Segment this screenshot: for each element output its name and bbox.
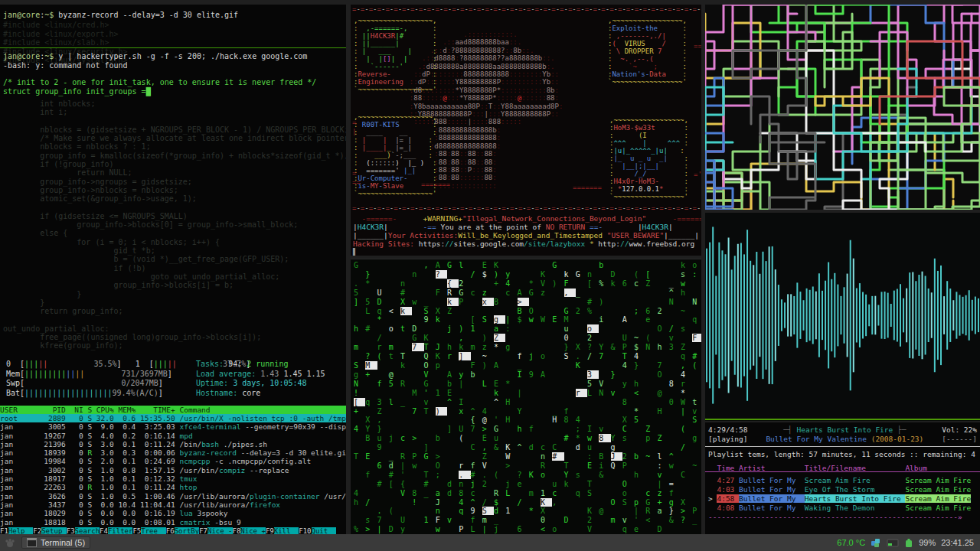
- fkey-label[interactable]: Nice -: [207, 527, 233, 534]
- warning-banner: -======- +WARNING+"Illegal_Network_Conne…: [353, 214, 701, 256]
- cmatrix-pane[interactable]: G , A G l E K G b k o } n ? / $ ) y K k …: [351, 259, 701, 535]
- ascii-edge-mark: =: [352, 170, 356, 177]
- shell-command-2: jan@core:~$ y | hackertyper.sh -g -f -s …: [3, 52, 307, 61]
- ascii-edge-mark: =======: [573, 184, 602, 191]
- fkey-F10[interactable]: F10: [299, 527, 311, 534]
- tray-network-icon[interactable]: [871, 538, 881, 548]
- fkey-F1[interactable]: F1: [0, 527, 8, 534]
- fkey-label[interactable]: Filter: [108, 527, 133, 534]
- matrix-rain: G , A G l E K G b k o } n ? / $ ) y K k …: [354, 261, 701, 534]
- now-playing-artist: Bullet For My Valentine (2008-01-23): [747, 435, 942, 444]
- player-state: [playing]: [708, 435, 747, 444]
- fkey-label[interactable]: Search: [75, 527, 100, 534]
- htop-process-row[interactable]: jan 18818 0 S 0.0 0.0 0:08.01 cmatrix -b…: [0, 518, 346, 527]
- haxor-home-box: ,~~~~~~~~~~~~~~~~~,:HoM3-$w33t :: (I ::^…: [609, 116, 688, 201]
- hacker-box: ,~~~~~~~~~~~~~~~~~~,: ,-======-, :: ||H4…: [354, 17, 436, 93]
- taskbar: Terminal (5) 67.0 °C 99% 23:41.25: [0, 534, 980, 551]
- playlist-scroll-line: ----------------------------------------…: [708, 513, 977, 522]
- playlist-header-rule: [705, 471, 980, 472]
- system-info: Tasks: 94; 2 runningLoad average: 1.43 1…: [196, 360, 325, 398]
- playlist-row[interactable]: 4:27 Bullet For My Scream Aim Fire Screa…: [708, 476, 977, 485]
- htop-process-row[interactable]: jan 19984 0 S 2.0 0.1 0:24.69 ncmpcpp -c…: [0, 457, 346, 465]
- htop-function-bar[interactable]: F1Help F2Setup F3SearchF4FilterF5Tree F6…: [0, 527, 346, 534]
- terminal-left-pane[interactable]: jan@core:~$ byzanz-record --delay=3 -d 3…: [0, 5, 346, 534]
- visualizer-bars: [705, 213, 980, 418]
- ascii-border-bottom: =-=-=-=-=-=-=-=-=-=-=-=-=-=-=-=-=-=-=-=-…: [352, 205, 701, 212]
- fkey-F6[interactable]: F6: [166, 527, 175, 534]
- htop-process-row[interactable]: jan 3002 0 S 1.0 0.8 1:57.15 /usr/bin/co…: [0, 466, 346, 474]
- fkey-label[interactable]: Nice +: [240, 527, 266, 534]
- track-time: 4:29/4:58: [708, 425, 747, 435]
- shell-command-1: jan@core:~$ byzanz-record --delay=3 -d 3…: [3, 11, 238, 20]
- virus-dropper-box: ,~~~~~~~~~~~~~~~~~,:Exploit-the :: ,----…: [608, 17, 687, 86]
- clock[interactable]: 23:41.25: [941, 538, 974, 547]
- htop-process-row[interactable]: jan 21396 0 S 3.0 0.1 0:11.24 /bin/bash …: [0, 440, 346, 448]
- htop-process-row[interactable]: jan 19267 0 S 4.0 0.2 0:16.14 mpd: [0, 432, 346, 440]
- playlist-row[interactable]: 4:08 Bullet For My Waking The Demon Scre…: [708, 504, 977, 513]
- htop-process-row[interactable]: jan 18917 0 S 1.0 0.1 0:12.32 tmux: [0, 474, 346, 483]
- launcher-icon[interactable]: [5, 537, 15, 548]
- cpu-temperature: 67.0 °C: [837, 538, 865, 547]
- playlist-row[interactable]: > 4:58 Bullet For My Hearts Burst Into F…: [708, 494, 977, 504]
- volume-level[interactable]: Vol: 22%: [942, 425, 977, 435]
- ascii-art-pane[interactable]: =-=-=-=-=-=-=-=-=-=-=-=-=-=-=-=-=-=-=-=-…: [351, 5, 701, 256]
- tray-printer-icon[interactable]: [887, 538, 899, 547]
- tray-battery-icon[interactable]: [904, 538, 913, 548]
- fkey-label[interactable]: Kill: [274, 527, 299, 534]
- desktop: jan@core:~$ byzanz-record --delay=3 -d 3…: [0, 0, 980, 551]
- visualizer-baseline: [705, 419, 980, 420]
- audio-visualizer-pane[interactable]: [705, 213, 980, 421]
- progress-indicator[interactable]: [------]: [942, 435, 977, 444]
- htop-process-row[interactable]: root 2889 0 S 32.0 0.6 15:35.50 /usr/bin…: [0, 414, 346, 422]
- player-separator: [705, 446, 980, 447]
- playlist-row[interactable]: 4:03 Bullet For My Eye Of The Storm Scre…: [708, 485, 977, 494]
- htop-process-row[interactable]: jan 22263 0 R 1.0 0.1 0:11.24 htop: [0, 483, 346, 491]
- fkey-F3[interactable]: F3: [67, 527, 75, 534]
- ascii-border-top: =-=-=-=-=-=-=-=-=-=-=-=-=-=-=-=-=-=-=-=-…: [352, 6, 701, 13]
- htop-process-table: root 2889 0 S 32.0 0.6 15:35.50 /usr/bin…: [0, 414, 346, 527]
- fkey-F2[interactable]: F2: [33, 527, 41, 534]
- now-playing-title: ─┤ Hearts Burst Into Fire ├─: [747, 425, 942, 435]
- fkey-label[interactable]: Setup: [41, 527, 67, 534]
- fkey-label[interactable]: Tree: [141, 527, 166, 534]
- htop-process-row[interactable]: jan 3437 0 S 0.0 10.4 11:04.41 /usr/lib/…: [0, 500, 346, 509]
- fkey-F9[interactable]: F9: [266, 527, 274, 534]
- pane-divider: [0, 47, 346, 48]
- fkey-label[interactable]: SortBy: [175, 527, 200, 534]
- fkey-F5[interactable]: F5: [132, 527, 141, 534]
- ascii-edge-mark: =: [352, 119, 356, 126]
- fkey-label[interactable]: Quit: [312, 527, 337, 534]
- fkey-F4[interactable]: F4: [100, 527, 108, 534]
- ascii-edge-mark: =======: [421, 181, 450, 188]
- htop-process-row[interactable]: jan 18939 0 R 3.0 0.3 0:00.06 byzanz-rec…: [0, 448, 346, 457]
- battery-percentage: 99%: [919, 538, 936, 547]
- ascii-edge-mark: |: [352, 129, 356, 135]
- ascii-edge-mark: ==: [352, 179, 361, 186]
- ascii-edge-mark: =': [694, 171, 701, 178]
- htop-header-row[interactable]: USER PID NI S CPU% MEM% TIME+ Command: [0, 406, 346, 414]
- shell-error: -bash: y: command not found: [3, 61, 128, 70]
- htop-process-row[interactable]: jan 3005 0 S 9.0 0.4 3:25.03 xfce4-termi…: [0, 422, 346, 431]
- htop-process-row[interactable]: jan 3626 0 S 1.0 0.5 1:00.46 /usr/lib/au…: [0, 492, 346, 500]
- pipes-art: [705, 5, 980, 210]
- fkey-label[interactable]: Help: [8, 527, 34, 534]
- ghost-kernel-code: int nblocks; int i; nblocks = (gidsetsiz…: [3, 99, 346, 350]
- playlist-statusline: Playlist tems, length: 57 minutes, 11 se…: [708, 450, 977, 459]
- pipes-screensaver-pane[interactable]: [705, 5, 980, 210]
- taskbar-button-label: Terminal (5): [41, 538, 85, 547]
- htop-process-row[interactable]: jan 18029 0 S 0.0 0.0 0:16.19 lua 3spook…: [0, 509, 346, 517]
- taskbar-button-terminal[interactable]: Terminal (5): [21, 536, 90, 549]
- ascii-edge-mark: ==: [694, 43, 701, 50]
- music-player-pane[interactable]: 4:29/4:58 ─┤ Hearts Burst Into Fire ├─ V…: [705, 422, 980, 534]
- fkey-F7[interactable]: F7: [199, 527, 207, 534]
- hackertyper-comment: /* init to 2 - one for init_task, one to…: [3, 78, 316, 87]
- terminal-icon: [27, 538, 37, 547]
- fkey-F8[interactable]: F8: [233, 527, 241, 534]
- hackertyper-line: struct group_info init_groups =█: [3, 87, 151, 96]
